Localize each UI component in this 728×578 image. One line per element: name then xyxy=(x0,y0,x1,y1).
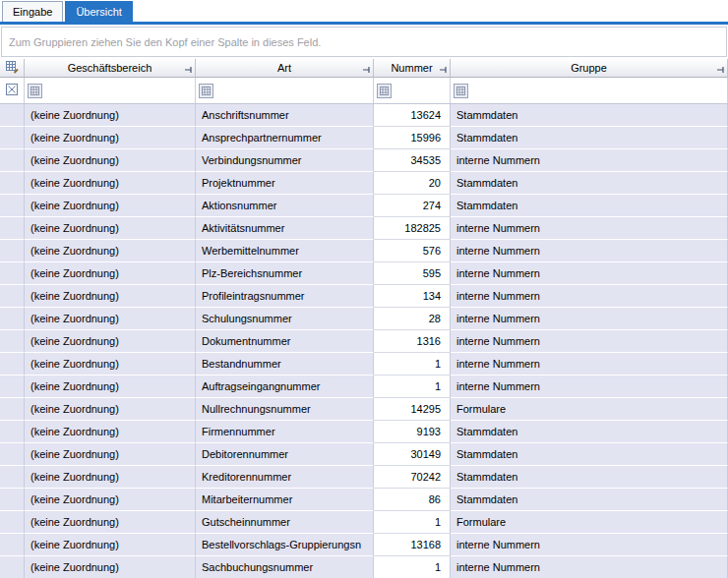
cell-nummer[interactable]: 1 xyxy=(374,353,451,376)
row-indicator-cell[interactable] xyxy=(0,556,25,578)
row-indicator-cell[interactable] xyxy=(0,104,25,127)
cell-geschaeftsbereich[interactable]: (keine Zuordnung) xyxy=(25,421,196,443)
cell-geschaeftsbereich[interactable]: (keine Zuordnung) xyxy=(25,149,196,172)
cell-art[interactable]: Firmennummer xyxy=(196,421,374,443)
cell-nummer[interactable]: 86 xyxy=(374,489,451,511)
table-row[interactable]: (keine Zuordnung) Bestandnummer 1 intern… xyxy=(0,353,728,376)
cell-art[interactable]: Ansprechpartnernummer xyxy=(196,127,374,149)
cell-gruppe[interactable]: Stammdaten xyxy=(451,443,728,466)
row-indicator-cell[interactable] xyxy=(0,398,25,421)
table-row[interactable]: (keine Zuordnung) Auftragseingangnummer … xyxy=(0,376,728,398)
cell-art[interactable]: Auftragseingangnummer xyxy=(196,376,374,398)
table-row[interactable]: (keine Zuordnung) Kreditorennummer 70242… xyxy=(0,466,728,489)
cell-geschaeftsbereich[interactable]: (keine Zuordnung) xyxy=(25,127,196,149)
cell-geschaeftsbereich[interactable]: (keine Zuordnung) xyxy=(25,556,196,578)
cell-gruppe[interactable]: interne Nummern xyxy=(451,308,728,330)
cell-gruppe[interactable]: interne Nummern xyxy=(451,376,728,398)
table-row[interactable]: (keine Zuordnung) Anschriftsnummer 13624… xyxy=(0,104,728,127)
cell-geschaeftsbereich[interactable]: (keine Zuordnung) xyxy=(25,330,196,353)
cell-gruppe[interactable]: interne Nummern xyxy=(451,330,728,353)
cell-art[interactable]: Profileintragsnummer xyxy=(196,285,374,308)
filter-condition-button[interactable] xyxy=(199,84,213,98)
cell-geschaeftsbereich[interactable]: (keine Zuordnung) xyxy=(25,195,196,217)
row-indicator-cell[interactable] xyxy=(0,172,25,195)
row-indicator-cell[interactable] xyxy=(0,262,25,285)
cell-geschaeftsbereich[interactable]: (keine Zuordnung) xyxy=(25,104,196,127)
cell-nummer[interactable]: 1316 xyxy=(374,330,451,353)
row-indicator-cell[interactable] xyxy=(0,127,25,149)
column-header-gruppe[interactable]: Gruppe xyxy=(451,59,728,78)
table-row[interactable]: (keine Zuordnung) Gutscheinnummer 1 Form… xyxy=(0,511,728,534)
cell-gruppe[interactable]: Stammdaten xyxy=(451,195,728,217)
table-row[interactable]: (keine Zuordnung) Bestellvorschlags-Grup… xyxy=(0,534,728,556)
column-header-nummer[interactable]: Nummer xyxy=(374,59,451,78)
row-indicator-cell[interactable] xyxy=(0,149,25,172)
cell-geschaeftsbereich[interactable]: (keine Zuordnung) xyxy=(25,262,196,285)
row-indicator-cell[interactable] xyxy=(0,534,25,556)
filter-condition-button[interactable] xyxy=(454,84,468,98)
cell-gruppe[interactable]: Stammdaten xyxy=(451,127,728,149)
filter-input-art[interactable] xyxy=(216,81,373,100)
cell-art[interactable]: Verbindungsnummer xyxy=(196,149,374,172)
cell-gruppe[interactable]: interne Nummern xyxy=(451,534,728,556)
cell-art[interactable]: Aktionsnummer xyxy=(196,195,374,217)
cell-geschaeftsbereich[interactable]: (keine Zuordnung) xyxy=(25,285,196,308)
table-row[interactable]: (keine Zuordnung) Nullrechnungsnummer 14… xyxy=(0,398,728,421)
cell-art[interactable]: Schulungsnummer xyxy=(196,308,374,330)
cell-nummer[interactable]: 1 xyxy=(374,556,451,578)
cell-nummer[interactable]: 1 xyxy=(374,376,451,398)
cell-gruppe[interactable]: interne Nummern xyxy=(451,217,728,240)
cell-nummer[interactable]: 34535 xyxy=(374,149,451,172)
cell-nummer[interactable]: 134 xyxy=(374,285,451,308)
cell-geschaeftsbereich[interactable]: (keine Zuordnung) xyxy=(25,217,196,240)
table-row[interactable]: (keine Zuordnung) Projektnummer 20 Stamm… xyxy=(0,172,728,195)
row-indicator-cell[interactable] xyxy=(0,285,25,308)
column-pin-icon[interactable] xyxy=(440,64,448,76)
row-indicator-cell[interactable] xyxy=(0,443,25,466)
column-header-geschaeftsbereich[interactable]: Geschäftsbereich xyxy=(25,59,196,78)
cell-art[interactable]: Bestandnummer xyxy=(196,353,374,376)
cell-geschaeftsbereich[interactable]: (keine Zuordnung) xyxy=(25,443,196,466)
group-by-panel[interactable]: Zum Gruppieren ziehen Sie den Kopf einer… xyxy=(1,27,727,57)
table-row[interactable]: (keine Zuordnung) Sachbuchungsnummer 1 i… xyxy=(0,556,728,578)
cell-art[interactable]: Kreditorennummer xyxy=(196,466,374,489)
column-pin-icon[interactable] xyxy=(717,64,725,76)
cell-nummer[interactable]: 576 xyxy=(374,240,451,262)
cell-geschaeftsbereich[interactable]: (keine Zuordnung) xyxy=(25,534,196,556)
tab-eingabe[interactable]: Eingabe xyxy=(2,1,63,22)
row-indicator-cell[interactable] xyxy=(0,421,25,443)
cell-gruppe[interactable]: Stammdaten xyxy=(451,421,728,443)
cell-geschaeftsbereich[interactable]: (keine Zuordnung) xyxy=(25,466,196,489)
cell-art[interactable]: Bestellvorschlags-Gruppierungsn xyxy=(196,534,374,556)
row-indicator-header[interactable] xyxy=(0,59,25,78)
cell-nummer[interactable]: 30149 xyxy=(374,443,451,466)
cell-geschaeftsbereich[interactable]: (keine Zuordnung) xyxy=(25,172,196,195)
table-row[interactable]: (keine Zuordnung) Profileintragsnummer 1… xyxy=(0,285,728,308)
table-row[interactable]: (keine Zuordnung) Aktionsnummer 274 Stam… xyxy=(0,195,728,217)
table-row[interactable]: (keine Zuordnung) Schulungsnummer 28 int… xyxy=(0,308,728,330)
cell-art[interactable]: Anschriftsnummer xyxy=(196,104,374,127)
cell-nummer[interactable]: 9193 xyxy=(374,421,451,443)
cell-gruppe[interactable]: Stammdaten xyxy=(451,466,728,489)
cell-geschaeftsbereich[interactable]: (keine Zuordnung) xyxy=(25,489,196,511)
cell-art[interactable]: Sachbuchungsnummer xyxy=(196,556,374,578)
cell-art[interactable]: Gutscheinnummer xyxy=(196,511,374,534)
row-indicator-cell[interactable] xyxy=(0,330,25,353)
cell-nummer[interactable]: 15996 xyxy=(374,127,451,149)
cell-nummer[interactable]: 274 xyxy=(374,195,451,217)
filter-condition-button[interactable] xyxy=(377,84,392,98)
row-indicator-cell[interactable] xyxy=(0,511,25,534)
table-row[interactable]: (keine Zuordnung) Verbindungsnummer 3453… xyxy=(0,149,728,172)
cell-geschaeftsbereich[interactable]: (keine Zuordnung) xyxy=(25,376,196,398)
column-pin-icon[interactable] xyxy=(185,64,193,76)
cell-gruppe[interactable]: Stammdaten xyxy=(451,104,728,127)
cell-geschaeftsbereich[interactable]: (keine Zuordnung) xyxy=(25,308,196,330)
row-indicator-cell[interactable] xyxy=(0,489,25,511)
cell-gruppe[interactable]: Stammdaten xyxy=(451,172,728,195)
column-pin-icon[interactable] xyxy=(363,64,371,76)
cell-nummer[interactable]: 182825 xyxy=(374,217,451,240)
table-row[interactable]: (keine Zuordnung) Plz-Bereichsnummer 595… xyxy=(0,262,728,285)
cell-gruppe[interactable]: Formulare xyxy=(451,511,728,534)
column-header-art[interactable]: Art xyxy=(196,59,374,78)
cell-gruppe[interactable]: interne Nummern xyxy=(451,149,728,172)
